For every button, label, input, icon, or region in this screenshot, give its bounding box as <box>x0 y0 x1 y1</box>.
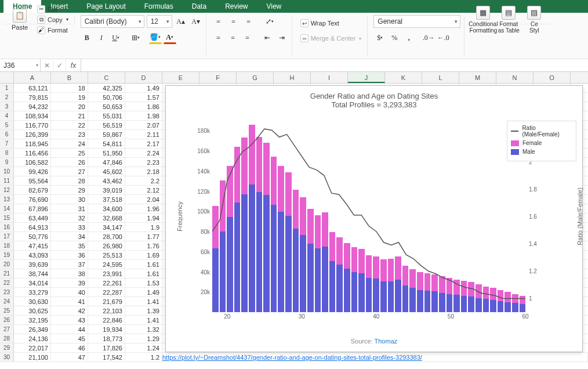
cell[interactable]: 26 <box>51 158 88 167</box>
row-header[interactable]: 12 <box>0 186 14 194</box>
cell[interactable]: 43,093 <box>14 251 51 259</box>
cell[interactable]: 39,639 <box>14 260 51 269</box>
row-header[interactable]: 26 <box>0 316 14 324</box>
decrease-decimal-button[interactable]: ←.0 <box>437 31 449 44</box>
cell[interactable]: 64,913 <box>14 223 51 231</box>
cell[interactable]: 29 <box>51 186 88 194</box>
cell[interactable]: 1.9 <box>125 223 162 231</box>
orientation-button[interactable]: ⤢▾ <box>263 15 276 28</box>
select-all-corner[interactable] <box>0 72 14 83</box>
bold-button[interactable]: B <box>81 31 93 44</box>
cell[interactable]: 95,564 <box>14 176 51 185</box>
font-size-select[interactable]: 12 <box>147 15 172 28</box>
col-header-G[interactable]: G <box>237 72 274 83</box>
cell[interactable]: 34,014 <box>14 278 51 287</box>
col-header-M[interactable]: M <box>459 72 496 83</box>
cell[interactable]: 44 <box>51 325 88 334</box>
italic-button[interactable]: I <box>95 31 108 44</box>
row-header[interactable]: 14 <box>0 204 14 213</box>
row-header[interactable]: 28 <box>0 334 14 343</box>
cell[interactable]: 1.32 <box>125 325 162 334</box>
row-header[interactable]: 3 <box>0 102 14 111</box>
cell[interactable]: 30 <box>51 195 88 204</box>
cell[interactable]: 2.18 <box>125 167 162 176</box>
increase-font-button[interactable]: A▴ <box>175 15 187 28</box>
cell[interactable]: 24,595 <box>88 260 125 269</box>
row-header[interactable]: 6 <box>0 130 14 139</box>
col-header-B[interactable]: B <box>51 72 88 83</box>
cell[interactable]: 1.41 <box>125 316 162 324</box>
cell[interactable]: 17,826 <box>88 343 125 352</box>
row-header[interactable]: 22 <box>0 278 14 287</box>
col-header-O[interactable]: O <box>533 72 571 83</box>
fill-color-button[interactable]: 🪣▾ <box>149 31 162 44</box>
wrap-text-button[interactable]: ↩Wrap Text <box>298 19 364 28</box>
cell[interactable]: 28 <box>51 176 88 185</box>
cell[interactable]: 59,867 <box>88 130 125 139</box>
plot-url-link[interactable]: https://plot.ly/~Dreamshot/4437/gender-r… <box>162 354 422 361</box>
cell[interactable]: 24,136 <box>14 334 51 343</box>
col-header-A[interactable]: A <box>14 72 51 83</box>
cell[interactable]: 40 <box>51 288 88 296</box>
decrease-indent-button[interactable]: ⇤ <box>261 31 274 44</box>
cell[interactable]: 45 <box>51 334 88 343</box>
cell[interactable]: 1.41 <box>125 297 162 306</box>
cell[interactable]: 25,513 <box>88 251 125 259</box>
col-header-J[interactable]: J <box>348 72 385 83</box>
align-bottom-button[interactable]: ≡ <box>242 15 255 28</box>
cancel-formula-button[interactable]: ✕ <box>41 59 53 71</box>
formula-input[interactable] <box>81 59 588 71</box>
align-right-button[interactable]: ≡ <box>241 31 254 44</box>
col-header-I[interactable]: I <box>311 72 348 83</box>
cell[interactable]: 2.23 <box>125 158 162 167</box>
cell[interactable]: 1.77 <box>125 232 162 241</box>
row-header[interactable]: 20 <box>0 260 14 269</box>
cell[interactable]: 23,991 <box>88 269 125 278</box>
cell[interactable]: 63,121 <box>14 84 51 92</box>
cell[interactable]: 42,325 <box>88 84 125 92</box>
cell[interactable]: 22 <box>51 121 88 129</box>
number-format-select[interactable]: General <box>373 15 460 28</box>
row-header[interactable]: 15 <box>0 214 14 222</box>
align-top-button[interactable]: ≡ <box>212 15 225 28</box>
cell[interactable]: 1.61 <box>125 269 162 278</box>
font-name-select[interactable]: Calibri (Body) <box>81 15 144 28</box>
col-header-D[interactable]: D <box>125 72 162 83</box>
cell[interactable]: 28,700 <box>88 232 125 241</box>
cell[interactable]: 47 <box>51 353 88 361</box>
cell[interactable]: 36 <box>51 251 88 259</box>
row-header[interactable]: 10 <box>0 167 14 176</box>
tab-formulas[interactable]: Formulas <box>135 0 183 13</box>
cell[interactable]: 21,100 <box>14 353 51 361</box>
cell[interactable]: 50,776 <box>14 232 51 241</box>
cell[interactable]: 116,770 <box>14 121 51 129</box>
row-header[interactable]: 27 <box>0 325 14 334</box>
row-header[interactable]: 5 <box>0 121 14 129</box>
cell[interactable]: 17,542 <box>88 353 125 361</box>
cell[interactable]: 1.76 <box>125 241 162 250</box>
underline-button[interactable]: U▾ <box>110 31 122 44</box>
currency-button[interactable]: $▾ <box>373 31 386 44</box>
cell[interactable]: 47,846 <box>88 158 125 167</box>
format-painter-button[interactable]: 🖌Format <box>35 26 71 35</box>
cell[interactable]: 21,679 <box>88 297 125 306</box>
cell[interactable]: 56,519 <box>88 121 125 129</box>
cell[interactable]: 32,668 <box>88 214 125 222</box>
cell[interactable]: 108,934 <box>14 111 51 120</box>
cell[interactable]: 106,582 <box>14 158 51 167</box>
row-header[interactable]: 11 <box>0 176 14 185</box>
cell[interactable]: 63,449 <box>14 214 51 222</box>
cell[interactable]: 1.96 <box>125 204 162 213</box>
conditional-formatting-button[interactable]: ▦ Conditional Formatting <box>470 3 496 36</box>
cell[interactable]: 2.12 <box>125 186 162 194</box>
cell[interactable]: 94,232 <box>14 102 51 111</box>
cell[interactable]: 20 <box>51 102 88 111</box>
row-header[interactable]: 23 <box>0 288 14 296</box>
cell[interactable]: 39 <box>51 278 88 287</box>
cell[interactable]: 118,945 <box>14 139 51 148</box>
cell[interactable]: 1.2 <box>125 353 162 361</box>
cell[interactable]: 18,773 <box>88 334 125 343</box>
cell-url[interactable]: https://plot.ly/~Dreamshot/4437/gender-r… <box>162 353 588 361</box>
cell[interactable]: 39,019 <box>88 186 125 194</box>
cell[interactable]: 43 <box>51 316 88 324</box>
